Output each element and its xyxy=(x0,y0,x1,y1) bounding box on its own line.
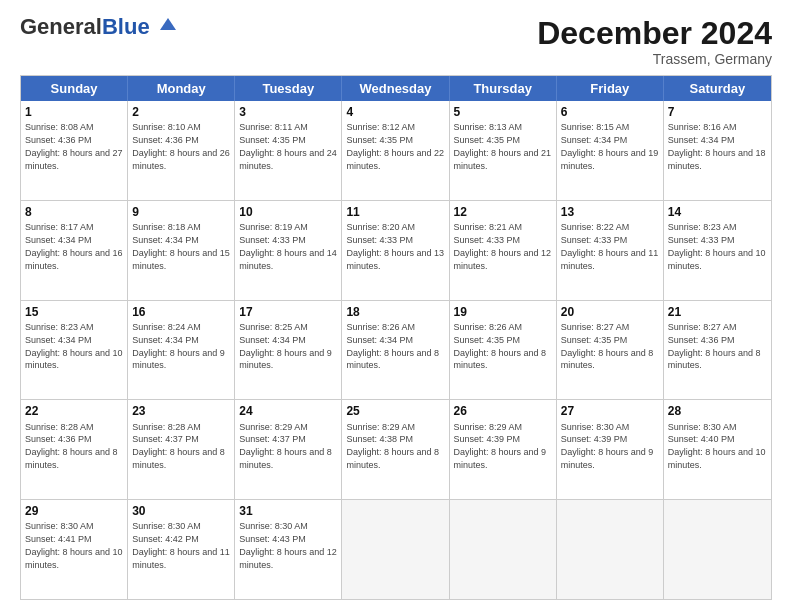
calendar-cell: 5Sunrise: 8:13 AMSunset: 4:35 PMDaylight… xyxy=(450,101,557,200)
cell-info: Sunrise: 8:25 AMSunset: 4:34 PMDaylight:… xyxy=(239,322,332,370)
day-number: 24 xyxy=(239,403,337,419)
day-number: 20 xyxy=(561,304,659,320)
cell-info: Sunrise: 8:19 AMSunset: 4:33 PMDaylight:… xyxy=(239,222,337,270)
cell-info: Sunrise: 8:13 AMSunset: 4:35 PMDaylight:… xyxy=(454,122,552,170)
day-number: 29 xyxy=(25,503,123,519)
cell-info: Sunrise: 8:08 AMSunset: 4:36 PMDaylight:… xyxy=(25,122,123,170)
cell-info: Sunrise: 8:26 AMSunset: 4:35 PMDaylight:… xyxy=(454,322,547,370)
calendar-cell xyxy=(664,500,771,599)
cell-info: Sunrise: 8:30 AMSunset: 4:43 PMDaylight:… xyxy=(239,521,337,569)
calendar-row-1: 1Sunrise: 8:08 AMSunset: 4:36 PMDaylight… xyxy=(21,101,771,200)
calendar-row-2: 8Sunrise: 8:17 AMSunset: 4:34 PMDaylight… xyxy=(21,200,771,300)
calendar-cell: 19Sunrise: 8:26 AMSunset: 4:35 PMDayligh… xyxy=(450,301,557,400)
calendar-cell: 13Sunrise: 8:22 AMSunset: 4:33 PMDayligh… xyxy=(557,201,664,300)
cell-info: Sunrise: 8:30 AMSunset: 4:41 PMDaylight:… xyxy=(25,521,123,569)
calendar-cell: 20Sunrise: 8:27 AMSunset: 4:35 PMDayligh… xyxy=(557,301,664,400)
day-number: 2 xyxy=(132,104,230,120)
calendar-cell: 1Sunrise: 8:08 AMSunset: 4:36 PMDaylight… xyxy=(21,101,128,200)
header-monday: Monday xyxy=(128,76,235,101)
day-number: 5 xyxy=(454,104,552,120)
cell-info: Sunrise: 8:30 AMSunset: 4:40 PMDaylight:… xyxy=(668,422,766,470)
location: Trassem, Germany xyxy=(537,51,772,67)
logo-general: General xyxy=(20,14,102,39)
day-number: 25 xyxy=(346,403,444,419)
calendar-row-5: 29Sunrise: 8:30 AMSunset: 4:41 PMDayligh… xyxy=(21,499,771,599)
day-number: 28 xyxy=(668,403,767,419)
calendar-row-3: 15Sunrise: 8:23 AMSunset: 4:34 PMDayligh… xyxy=(21,300,771,400)
calendar-cell: 14Sunrise: 8:23 AMSunset: 4:33 PMDayligh… xyxy=(664,201,771,300)
day-number: 27 xyxy=(561,403,659,419)
cell-info: Sunrise: 8:12 AMSunset: 4:35 PMDaylight:… xyxy=(346,122,444,170)
header-sunday: Sunday xyxy=(21,76,128,101)
day-number: 14 xyxy=(668,204,767,220)
calendar-cell: 22Sunrise: 8:28 AMSunset: 4:36 PMDayligh… xyxy=(21,400,128,499)
calendar-cell: 23Sunrise: 8:28 AMSunset: 4:37 PMDayligh… xyxy=(128,400,235,499)
calendar-cell: 18Sunrise: 8:26 AMSunset: 4:34 PMDayligh… xyxy=(342,301,449,400)
day-number: 31 xyxy=(239,503,337,519)
calendar-cell xyxy=(342,500,449,599)
calendar-cell: 31Sunrise: 8:30 AMSunset: 4:43 PMDayligh… xyxy=(235,500,342,599)
logo-blue: Blue xyxy=(102,14,150,39)
header-saturday: Saturday xyxy=(664,76,771,101)
calendar-cell: 17Sunrise: 8:25 AMSunset: 4:34 PMDayligh… xyxy=(235,301,342,400)
day-number: 9 xyxy=(132,204,230,220)
svg-marker-0 xyxy=(160,18,176,30)
calendar-cell: 15Sunrise: 8:23 AMSunset: 4:34 PMDayligh… xyxy=(21,301,128,400)
cell-info: Sunrise: 8:21 AMSunset: 4:33 PMDaylight:… xyxy=(454,222,552,270)
calendar-cell: 30Sunrise: 8:30 AMSunset: 4:42 PMDayligh… xyxy=(128,500,235,599)
day-number: 13 xyxy=(561,204,659,220)
calendar-cell: 7Sunrise: 8:16 AMSunset: 4:34 PMDaylight… xyxy=(664,101,771,200)
cell-info: Sunrise: 8:15 AMSunset: 4:34 PMDaylight:… xyxy=(561,122,659,170)
cell-info: Sunrise: 8:23 AMSunset: 4:33 PMDaylight:… xyxy=(668,222,766,270)
header-wednesday: Wednesday xyxy=(342,76,449,101)
cell-info: Sunrise: 8:23 AMSunset: 4:34 PMDaylight:… xyxy=(25,322,123,370)
title-block: December 2024 Trassem, Germany xyxy=(537,16,772,67)
cell-info: Sunrise: 8:30 AMSunset: 4:42 PMDaylight:… xyxy=(132,521,230,569)
cell-info: Sunrise: 8:26 AMSunset: 4:34 PMDaylight:… xyxy=(346,322,439,370)
day-number: 26 xyxy=(454,403,552,419)
day-number: 21 xyxy=(668,304,767,320)
cell-info: Sunrise: 8:17 AMSunset: 4:34 PMDaylight:… xyxy=(25,222,123,270)
cell-info: Sunrise: 8:28 AMSunset: 4:37 PMDaylight:… xyxy=(132,422,225,470)
header-tuesday: Tuesday xyxy=(235,76,342,101)
cell-info: Sunrise: 8:10 AMSunset: 4:36 PMDaylight:… xyxy=(132,122,230,170)
day-number: 16 xyxy=(132,304,230,320)
logo-icon xyxy=(154,14,176,36)
day-number: 17 xyxy=(239,304,337,320)
cell-info: Sunrise: 8:20 AMSunset: 4:33 PMDaylight:… xyxy=(346,222,444,270)
calendar-cell: 29Sunrise: 8:30 AMSunset: 4:41 PMDayligh… xyxy=(21,500,128,599)
calendar-body: 1Sunrise: 8:08 AMSunset: 4:36 PMDaylight… xyxy=(21,101,771,599)
day-number: 8 xyxy=(25,204,123,220)
calendar-cell: 11Sunrise: 8:20 AMSunset: 4:33 PMDayligh… xyxy=(342,201,449,300)
calendar-cell: 26Sunrise: 8:29 AMSunset: 4:39 PMDayligh… xyxy=(450,400,557,499)
day-number: 1 xyxy=(25,104,123,120)
month-title: December 2024 xyxy=(537,16,772,51)
cell-info: Sunrise: 8:29 AMSunset: 4:38 PMDaylight:… xyxy=(346,422,439,470)
calendar-cell: 2Sunrise: 8:10 AMSunset: 4:36 PMDaylight… xyxy=(128,101,235,200)
day-number: 22 xyxy=(25,403,123,419)
calendar-cell: 9Sunrise: 8:18 AMSunset: 4:34 PMDaylight… xyxy=(128,201,235,300)
header-friday: Friday xyxy=(557,76,664,101)
calendar-row-4: 22Sunrise: 8:28 AMSunset: 4:36 PMDayligh… xyxy=(21,399,771,499)
cell-info: Sunrise: 8:22 AMSunset: 4:33 PMDaylight:… xyxy=(561,222,659,270)
cell-info: Sunrise: 8:27 AMSunset: 4:36 PMDaylight:… xyxy=(668,322,761,370)
cell-info: Sunrise: 8:29 AMSunset: 4:37 PMDaylight:… xyxy=(239,422,332,470)
header: GeneralBlue December 2024 Trassem, Germa… xyxy=(20,16,772,67)
calendar-cell: 4Sunrise: 8:12 AMSunset: 4:35 PMDaylight… xyxy=(342,101,449,200)
cell-info: Sunrise: 8:16 AMSunset: 4:34 PMDaylight:… xyxy=(668,122,766,170)
calendar-cell: 25Sunrise: 8:29 AMSunset: 4:38 PMDayligh… xyxy=(342,400,449,499)
calendar-header: Sunday Monday Tuesday Wednesday Thursday… xyxy=(21,76,771,101)
day-number: 6 xyxy=(561,104,659,120)
day-number: 30 xyxy=(132,503,230,519)
day-number: 12 xyxy=(454,204,552,220)
calendar-cell: 10Sunrise: 8:19 AMSunset: 4:33 PMDayligh… xyxy=(235,201,342,300)
cell-info: Sunrise: 8:28 AMSunset: 4:36 PMDaylight:… xyxy=(25,422,118,470)
cell-info: Sunrise: 8:27 AMSunset: 4:35 PMDaylight:… xyxy=(561,322,654,370)
cell-info: Sunrise: 8:29 AMSunset: 4:39 PMDaylight:… xyxy=(454,422,547,470)
calendar-cell: 12Sunrise: 8:21 AMSunset: 4:33 PMDayligh… xyxy=(450,201,557,300)
day-number: 15 xyxy=(25,304,123,320)
day-number: 3 xyxy=(239,104,337,120)
day-number: 23 xyxy=(132,403,230,419)
calendar-cell: 24Sunrise: 8:29 AMSunset: 4:37 PMDayligh… xyxy=(235,400,342,499)
calendar-cell: 8Sunrise: 8:17 AMSunset: 4:34 PMDaylight… xyxy=(21,201,128,300)
